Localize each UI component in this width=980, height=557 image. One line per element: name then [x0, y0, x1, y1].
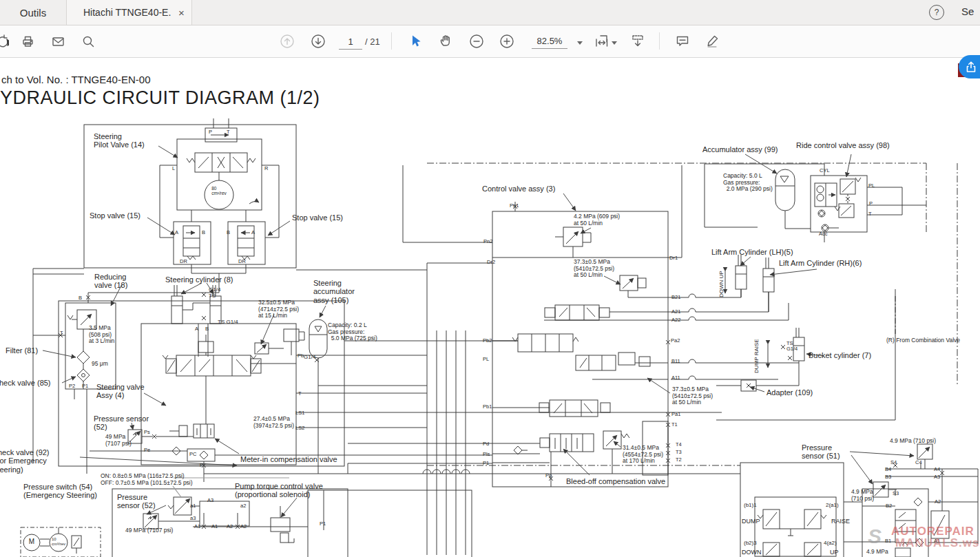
- next-page-icon[interactable]: [309, 32, 328, 51]
- diagram-port-s3: S3: [893, 490, 899, 496]
- fit-width-icon[interactable]: [592, 32, 612, 51]
- page-title: YDRAULIC CIRCUIT DIAGRAM (1/2): [0, 87, 320, 109]
- diagram-port-p: P: [869, 200, 873, 207]
- diagram-label-accum105-spec: Capacity: 0.2 L Gas pressure: 5.0 MPa (7…: [328, 322, 377, 342]
- diagram-port-p1: P1: [82, 383, 88, 389]
- diagram-label-ps51-spec-1: 4.9 MPa (710 psi): [890, 438, 936, 445]
- diagram-port-a: A: [195, 326, 198, 332]
- highlighter-icon[interactable]: [704, 32, 723, 51]
- diagram-label-steering-accumulator: Steering accumulator assy (105): [313, 279, 355, 304]
- diagram-label-up-word: UP: [830, 549, 839, 556]
- diagram-label-check-valve-92: Check valve (92) (For Emergency Steering…: [0, 448, 50, 474]
- zoom-in-icon[interactable]: [497, 32, 517, 51]
- diagram-label-pressure-sensor-52a: Pressure sensor (52): [94, 414, 149, 432]
- diagram-label-cv-spec-2: 37.3±0.5 MPa (5410±72.5 psi) at 50 L/min: [574, 259, 614, 279]
- diagram-label-pressure-switch-54: Pressure switch (54) (Emergency Steering…: [23, 483, 97, 500]
- hand-tool-icon[interactable]: [437, 32, 456, 51]
- diagram-port-a: A: [251, 229, 255, 235]
- share-button[interactable]: [959, 55, 980, 78]
- diagram-label-lift-arm-rh: Lift Arm Cylinder (RH)(6): [779, 259, 862, 267]
- help-icon[interactable]: ?: [929, 5, 944, 20]
- diagram-port-t: T: [298, 390, 302, 397]
- diagram-port-b1: B1: [885, 538, 891, 544]
- select-cursor-icon[interactable]: [406, 32, 426, 51]
- diagram-label-pressure-sensor-51: Pressure sensor (51): [802, 443, 840, 461]
- diagram-label-stop-valve-right: Stop valve (15): [292, 213, 343, 222]
- diagram-label-stop-valve-left: Stop valve (15): [90, 211, 140, 220]
- diagram-port-a2: A2: [240, 523, 247, 529]
- diagram-port-t: T: [60, 330, 63, 336]
- close-icon[interactable]: ×: [178, 7, 185, 19]
- diagram-label-port-2a1: 2(a1): [826, 502, 839, 508]
- tab-outils[interactable]: Outils: [0, 0, 67, 25]
- diagram-label-orbitrol-disp: 80 cm³/rev: [211, 186, 227, 196]
- diagram-port-a1: a1: [190, 503, 196, 509]
- diagram-label-ts-g14-bottom: TS G1/4: [218, 319, 238, 325]
- diagram-port-a2: A2: [227, 523, 233, 529]
- diagram-port-l: L: [172, 165, 175, 171]
- diagram-label-pump-disp: 10 cm³/rev: [52, 537, 65, 547]
- diagram-port-ls1: LS1: [295, 410, 304, 416]
- page-total-label: / 21: [365, 36, 380, 47]
- diagram-label-ps51-spec-2: 4.9 MPa (710 psi): [851, 489, 874, 502]
- tab-document[interactable]: Hitachi TTNGE40-E... ×: [67, 0, 192, 25]
- previous-page-icon[interactable]: [278, 32, 297, 51]
- comment-icon[interactable]: [673, 32, 692, 51]
- diagram-label-ts-g14-bucket: TS G1/4: [786, 341, 797, 353]
- diagram-port-t1: T1: [671, 421, 678, 428]
- zoom-dropdown-caret[interactable]: [577, 41, 583, 45]
- diagram-label-pressure-sensor-52b: Pressure sensor (52): [117, 493, 156, 510]
- diagram-port-a21: A21: [671, 308, 680, 315]
- toolbar-divider: [391, 32, 392, 50]
- diagram-port-pl: PL: [483, 356, 489, 362]
- diagram-port-t: T: [868, 211, 872, 217]
- diagram-port-a3: A3: [934, 474, 940, 480]
- diagram-label-dump-word: DUMP: [742, 518, 760, 525]
- diagram-label-steering-valve-assy: Steering valve Assy (4): [96, 383, 145, 400]
- rotate-icon[interactable]: [0, 32, 12, 51]
- diagram-label-accum99-spec: Capacity: 5.0 L Gas pressure: 2.0 MPa (2…: [723, 173, 773, 193]
- diagram-port-b: B: [227, 229, 230, 235]
- search-icon[interactable]: [79, 32, 98, 51]
- page-number-input[interactable]: [339, 34, 362, 50]
- print-icon[interactable]: [18, 32, 37, 51]
- fit-dropdown-caret[interactable]: [612, 41, 617, 45]
- diagram-label-steering-cylinder: Steering cylinder (8): [165, 275, 233, 284]
- diagram-label-down-word: DOWN: [742, 549, 762, 556]
- signin-label[interactable]: Se: [961, 6, 974, 17]
- diagram-port-b21: B21: [671, 294, 680, 300]
- diagram-port-a2: A2: [935, 498, 941, 505]
- diagram-port-ls2: LS2: [295, 425, 304, 431]
- diagram-port-dr1: Dr1: [669, 255, 678, 261]
- diagram-port-a3: A3: [207, 497, 213, 503]
- zoom-level-value[interactable]: 82.5%: [532, 36, 567, 49]
- diagram-port-p: P: [209, 129, 212, 135]
- diagram-label-bleed-off-valve: Bleed-off compensation valve: [566, 477, 665, 485]
- diagram-label-g14-accum: G1/4: [304, 354, 315, 360]
- diagram-port-t3: T3: [676, 449, 682, 455]
- tab-outils-label: Outils: [20, 7, 46, 19]
- volume-number-line: ch to Vol. No. : TTNGE40-EN-00: [1, 74, 150, 85]
- diagram-port-a4: A4: [934, 466, 940, 472]
- toolbar-divider: [659, 32, 660, 50]
- diagram-label-reducing-spec: 3.5 MPa (508 psi) at 3 L/min: [89, 325, 114, 345]
- diagram-port-dr: DR: [238, 258, 246, 264]
- diagram-label-port-4a2: 4(a2): [824, 540, 837, 546]
- diagram-port-pl: PL: [868, 182, 875, 189]
- diagram-label-from-combination: (R) From Combination Valve: [886, 337, 960, 344]
- diagram-label-control-valve-assy: Control valve assy (3): [482, 185, 555, 193]
- diagram-label-cv-spec-4: 31.4±0.5 MPa (4554±72.5 psi) at 170 L/mi…: [623, 445, 663, 465]
- diagram-port-pp: Pp: [545, 472, 552, 479]
- diagram-label-check-valve-85: Check valve (85): [0, 379, 51, 387]
- diagram-port-dr: DR: [180, 258, 187, 264]
- diagram-port-pc: PC: [189, 451, 196, 457]
- email-icon[interactable]: [48, 32, 67, 51]
- diagram-port-b: B: [205, 326, 209, 332]
- diagram-port-b: B: [79, 295, 82, 301]
- scroll-mode-icon[interactable]: [628, 32, 647, 51]
- diagram-label-port-b2-3: (b2)3: [744, 540, 757, 546]
- diagram-label-filter-spec: 95 μm: [92, 361, 108, 368]
- diagram-label-port-b1-1: (b1)1: [744, 502, 757, 508]
- diagram-port-pa2: Pa2: [671, 337, 680, 344]
- zoom-out-icon[interactable]: [467, 32, 486, 51]
